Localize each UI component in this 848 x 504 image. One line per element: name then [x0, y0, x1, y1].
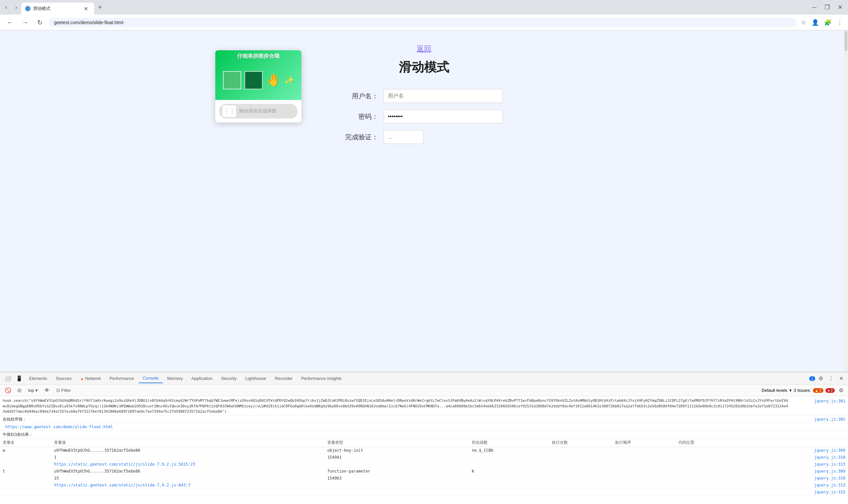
- bookmark-btn[interactable]: ☆: [800, 18, 808, 28]
- tab-performance[interactable]: Performance: [105, 374, 138, 383]
- captcha-piece-source: [223, 71, 241, 89]
- new-tab-btn[interactable]: +: [96, 2, 105, 13]
- w-file3[interactable]: jquery.js:313: [814, 462, 845, 467]
- w-exec-order: [612, 447, 676, 454]
- tab-console[interactable]: Console: [139, 374, 163, 383]
- network-warn-icon: ▲: [80, 377, 84, 381]
- close-btn[interactable]: ✕: [835, 2, 845, 12]
- table-row: https://static.geetest.com/static/js/sli…: [0, 461, 848, 468]
- issues-settings-btn[interactable]: ⚙: [837, 386, 845, 395]
- filter-icon: ⊡: [56, 388, 60, 393]
- table-row: 15 154963 jquery.js:310: [0, 474, 848, 482]
- back-link[interactable]: 返回: [417, 44, 431, 54]
- nav-reload-btn[interactable]: ↻: [34, 17, 46, 28]
- devtools-close-btn[interactable]: ✕: [837, 374, 845, 383]
- eye-btn[interactable]: 👁: [42, 386, 52, 395]
- nav-back-btn[interactable]: ←: [4, 17, 16, 28]
- w-exec-count: [549, 447, 612, 454]
- w-var-value: u9fhWwEV3tpOJhG......357162acf5ebe86: [51, 447, 325, 454]
- restore-btn[interactable]: ❐: [822, 2, 832, 12]
- console-toolbar-left: 🚫 ⊘ top ▾ 👁 ⊡ Filter: [3, 386, 73, 395]
- table-row: w u9fhWwEV3tpOJhG......357162acf5ebe86 o…: [0, 447, 848, 454]
- col-exec-order: 执行顺序: [612, 438, 676, 447]
- captcha-slider-handle[interactable]: ⋮⋮: [222, 105, 237, 118]
- w-slide-link[interactable]: https://static.geetest.com/static/js/sli…: [54, 462, 195, 467]
- online-links-line: 在线程序视： jquery.js:302: [0, 416, 848, 423]
- tab-bar-right: ─ ❐ ✕: [810, 2, 845, 12]
- w-file2[interactable]: jquery.js:310: [814, 455, 845, 460]
- captcha-widget: 仔细将拼图拼合哦 🤚 ✨ ⋮⋮ 拖动滑块完成拼图: [215, 50, 301, 123]
- t-exec-count: [549, 468, 612, 474]
- w-var-name: w: [0, 447, 51, 454]
- tab-favicon: [25, 6, 31, 11]
- tab-elements[interactable]: Elements: [25, 374, 51, 383]
- active-tab[interactable]: 滑动模式 ✕: [21, 3, 94, 15]
- scrollbar-right[interactable]: [844, 31, 848, 372]
- t-file2[interactable]: jquery.js:310: [814, 476, 845, 481]
- tab-sources[interactable]: Sources: [52, 374, 75, 383]
- address-input[interactable]: [49, 18, 796, 27]
- w-sub-extra: 154941: [325, 454, 469, 461]
- minimize-btn[interactable]: ─: [810, 3, 819, 12]
- browser-chrome: ‹ › 滑动模式 ✕ + ─ ❐ ✕ ← → ↻ ☆ 👤 🧩 ⋮: [0, 0, 848, 31]
- w-file1[interactable]: jquery.js:309: [814, 448, 845, 453]
- tab-bar-left: ‹ ›: [3, 3, 20, 12]
- demo-link[interactable]: https://www.geetest.com/demo/slide-float…: [3, 424, 113, 430]
- devtools-more-btn[interactable]: ⋮: [827, 374, 836, 383]
- devtools-inspect-btn[interactable]: ⬜: [3, 374, 13, 383]
- tab-network[interactable]: ▲ Network: [76, 374, 105, 383]
- verify-label: 完成验证：: [345, 133, 378, 142]
- t-file1[interactable]: jquery.js:309: [814, 469, 845, 473]
- username-row: 用户名：: [345, 89, 503, 103]
- t-slide-link[interactable]: https://static.geetest.com/static/js/sli…: [54, 483, 190, 487]
- context-dropdown[interactable]: top ▾: [25, 387, 40, 394]
- extensions-btn[interactable]: 🧩: [823, 18, 833, 28]
- devtools-settings-btn[interactable]: ⚙: [816, 374, 825, 383]
- profile-btn[interactable]: 👤: [810, 18, 820, 28]
- var-table: 变量名 变量值 变量类型 所在函数 执行次数 执行顺序 代码位置 w u9fhW…: [0, 438, 848, 496]
- captcha-slider-area: ⋮⋮ 拖动滑块完成拼图: [215, 100, 301, 123]
- tab-security[interactable]: Security: [217, 374, 241, 383]
- t-sub-extra: 154963: [325, 474, 469, 482]
- password-input[interactable]: [384, 110, 503, 123]
- tab-memory[interactable]: Memory: [163, 374, 187, 383]
- var-table-header-row: 变量名 变量值 变量类型 所在函数 执行次数 执行顺序 代码位置: [0, 438, 848, 447]
- tab-recorder[interactable]: Recorder: [271, 374, 296, 383]
- extra-file[interactable]: jquery.js:315: [814, 490, 845, 494]
- password-row: 密码：: [345, 110, 503, 123]
- t-var-type: function-parameter: [325, 468, 469, 474]
- tab-bar: ‹ › 滑动模式 ✕ + ─ ❐ ✕: [0, 0, 848, 15]
- console-log-file-ref[interactable]: jquery.js:301: [792, 398, 845, 404]
- tab-close-btn[interactable]: ✕: [82, 5, 90, 13]
- devtools-panel: ⬜ 📱 Elements Sources ▲ Network Performan…: [0, 372, 848, 504]
- t-file3[interactable]: jquery.js:313: [814, 483, 845, 487]
- console-clear-log-btn[interactable]: ⊘: [15, 386, 23, 395]
- t-var-name: t: [0, 468, 51, 474]
- tab-application[interactable]: Application: [188, 374, 217, 383]
- w-var-type: object-key-init: [325, 447, 469, 454]
- page-title: 滑动模式: [399, 59, 449, 76]
- nav-forward-btn[interactable]: →: [19, 17, 31, 28]
- filter-btn[interactable]: ⊡ Filter: [54, 387, 73, 394]
- chevron-down-icon-levels: ▾: [789, 388, 792, 393]
- col-code-pos: 代码位置: [676, 438, 739, 447]
- w-sub-val: 1: [51, 454, 325, 461]
- result-label: 中搜到3条结果：: [3, 432, 845, 437]
- devtools-toolbar: ⬜ 📱 Elements Sources ▲ Network Performan…: [0, 372, 848, 385]
- scrollbar-thumb[interactable]: [845, 31, 847, 51]
- page-area: 返回 滑动模式 用户名： 密码： 完成验证： 仔细将拼图拼合哦: [0, 31, 848, 372]
- console-clear-btn[interactable]: 🚫: [3, 386, 13, 395]
- username-input[interactable]: [384, 89, 503, 103]
- password-label: 密码：: [345, 112, 378, 121]
- t-exec-order: [612, 468, 676, 474]
- tab-title: 滑动模式: [33, 6, 79, 12]
- forward-page-btn[interactable]: ›: [13, 3, 20, 12]
- back-page-btn[interactable]: ‹: [3, 3, 10, 12]
- tab-performance-insights[interactable]: Performance insights: [297, 374, 346, 383]
- online-links-file-ref[interactable]: jquery.js:302: [792, 416, 845, 422]
- verify-input[interactable]: [384, 130, 423, 144]
- more-btn[interactable]: ⋮: [835, 18, 844, 28]
- tab-lighthouse[interactable]: Lighthouse: [241, 374, 270, 383]
- devtools-device-btn[interactable]: 📱: [14, 374, 24, 383]
- default-levels-label: Default levels: [762, 388, 788, 393]
